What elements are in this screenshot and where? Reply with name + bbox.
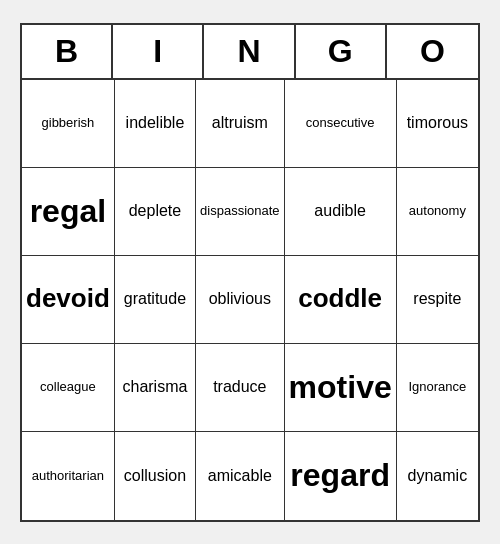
bingo-word: regard (290, 456, 390, 494)
header-letter: G (296, 25, 387, 78)
bingo-word: oblivious (209, 289, 271, 308)
bingo-grid: gibberishindeliblealtruismconsecutivetim… (22, 80, 478, 520)
bingo-cell[interactable]: amicable (196, 432, 285, 520)
bingo-cell[interactable]: devoid (22, 256, 115, 344)
bingo-cell[interactable]: oblivious (196, 256, 285, 344)
bingo-cell[interactable]: altruism (196, 80, 285, 168)
header-letter: B (22, 25, 113, 78)
bingo-word: consecutive (306, 115, 375, 131)
header-letter: I (113, 25, 204, 78)
bingo-word: devoid (26, 283, 110, 314)
bingo-word: authoritarian (32, 468, 104, 484)
bingo-cell[interactable]: motive (285, 344, 397, 432)
bingo-cell[interactable]: regard (285, 432, 397, 520)
bingo-word: timorous (407, 113, 468, 132)
bingo-word: Ignorance (408, 379, 466, 395)
bingo-cell[interactable]: audible (285, 168, 397, 256)
bingo-cell[interactable]: respite (397, 256, 478, 344)
bingo-word: gratitude (124, 289, 186, 308)
bingo-cell[interactable]: autonomy (397, 168, 478, 256)
bingo-word: regal (30, 192, 106, 230)
bingo-word: collusion (124, 466, 186, 485)
bingo-cell[interactable]: dynamic (397, 432, 478, 520)
bingo-word: charisma (122, 377, 187, 396)
bingo-cell[interactable]: indelible (115, 80, 196, 168)
bingo-cell[interactable]: regal (22, 168, 115, 256)
bingo-word: motive (289, 368, 392, 406)
bingo-header: BINGO (22, 25, 478, 80)
bingo-cell[interactable]: coddle (285, 256, 397, 344)
bingo-cell[interactable]: authoritarian (22, 432, 115, 520)
header-letter: O (387, 25, 478, 78)
bingo-word: indelible (126, 113, 185, 132)
header-letter: N (204, 25, 295, 78)
bingo-word: dispassionate (200, 203, 280, 219)
bingo-word: dynamic (408, 466, 468, 485)
bingo-word: colleague (40, 379, 96, 395)
bingo-cell[interactable]: timorous (397, 80, 478, 168)
bingo-word: deplete (129, 201, 182, 220)
bingo-cell[interactable]: deplete (115, 168, 196, 256)
bingo-word: gibberish (42, 115, 95, 131)
bingo-cell[interactable]: traduce (196, 344, 285, 432)
bingo-cell[interactable]: gratitude (115, 256, 196, 344)
bingo-word: respite (413, 289, 461, 308)
bingo-cell[interactable]: Ignorance (397, 344, 478, 432)
bingo-word: amicable (208, 466, 272, 485)
bingo-cell[interactable]: gibberish (22, 80, 115, 168)
bingo-cell[interactable]: dispassionate (196, 168, 285, 256)
bingo-word: traduce (213, 377, 266, 396)
bingo-cell[interactable]: colleague (22, 344, 115, 432)
bingo-card: BINGO gibberishindeliblealtruismconsecut… (20, 23, 480, 522)
bingo-word: altruism (212, 113, 268, 132)
bingo-cell[interactable]: charisma (115, 344, 196, 432)
bingo-word: audible (314, 201, 366, 220)
bingo-cell[interactable]: consecutive (285, 80, 397, 168)
bingo-cell[interactable]: collusion (115, 432, 196, 520)
bingo-word: coddle (298, 283, 382, 314)
bingo-word: autonomy (409, 203, 466, 219)
